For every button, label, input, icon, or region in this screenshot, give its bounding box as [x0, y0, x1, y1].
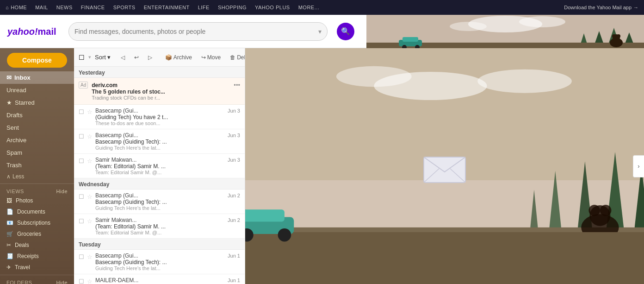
- email-row[interactable]: ☐ ☆ Samir Makwan... Jun 2 (Team: Editori…: [74, 214, 245, 239]
- sidebar-divider-folders: [0, 275, 74, 275]
- email-star[interactable]: ☆: [87, 158, 93, 164]
- nav-home[interactable]: ⌂ HOME: [6, 5, 27, 10]
- email-checkbox[interactable]: ☐: [79, 108, 84, 115]
- email-checkbox[interactable]: ☐: [79, 133, 84, 140]
- sidebar-item-deals[interactable]: ✂ Deals: [0, 240, 74, 251]
- email-checkbox[interactable]: ☐: [79, 253, 84, 260]
- home-icon: 🏠: [613, 28, 621, 35]
- nav-entertainment[interactable]: ENTERTAINMENT: [144, 5, 190, 10]
- sidebar-item-sent[interactable]: Sent: [0, 121, 74, 134]
- email-star[interactable]: ☆: [87, 108, 93, 115]
- sidebar-item-travel[interactable]: ✈ Travel: [0, 262, 74, 273]
- email-content: MAILER-DAEM... Jun 1 Failure Notice Sorr…: [95, 277, 240, 284]
- email-row[interactable]: ☐ ☆ Basecamp (Gui... Jun 3 Basecamp (Gui…: [74, 129, 245, 154]
- sidebar-item-trash[interactable]: Trash: [0, 159, 74, 171]
- sort-button[interactable]: Sort ▾: [95, 54, 111, 61]
- search-input[interactable]: [74, 28, 318, 35]
- views-hide-button[interactable]: Hide: [56, 189, 68, 194]
- download-app-link[interactable]: Download the Yahoo Mail app →: [564, 5, 638, 10]
- nav-shopping[interactable]: SHOPPING: [218, 5, 247, 10]
- email-content: Basecamp (Gui... Jun 1 Basecamp (Guiding…: [95, 252, 240, 271]
- logo: yahoo!mail: [7, 25, 63, 38]
- email-star[interactable]: ☆: [87, 278, 93, 284]
- email-star[interactable]: ☆: [87, 133, 93, 140]
- user-avatar-icon: 👤: [564, 26, 576, 37]
- nav-mail[interactable]: MAIL: [35, 5, 48, 10]
- nav-sports[interactable]: SPORTS: [113, 5, 136, 10]
- svg-rect-8: [366, 43, 644, 48]
- svg-point-31: [600, 205, 611, 216]
- sidebar-item-archive[interactable]: Archive: [0, 134, 74, 146]
- doc-icon: 📄: [6, 208, 13, 215]
- email-content: Basecamp (Gui... Jun 2 Basecamp (Guiding…: [95, 192, 240, 211]
- home-link[interactable]: 🏠 home: [613, 28, 637, 35]
- email-row[interactable]: ☐ ☆ Basecamp (Gui... Jun 1 Basecamp (Gui…: [74, 250, 245, 274]
- email-star[interactable]: ☆: [87, 218, 93, 225]
- sidebar-item-subscriptions[interactable]: 📧 Subscriptions: [0, 217, 74, 228]
- email-row[interactable]: ☐ ☆ Basecamp (Gui... Jun 3 (Guiding Tech…: [74, 105, 245, 129]
- toolbar-reply-button[interactable]: ↩: [131, 53, 142, 62]
- archive-button[interactable]: 📦 Archive: [162, 53, 195, 62]
- sidebar-item-groceries[interactable]: 🛒 Groceries: [0, 228, 74, 240]
- empty-envelope-icon: [421, 148, 468, 185]
- delete-button[interactable]: 🗑 Delete: [227, 53, 245, 62]
- email-checkbox[interactable]: ☐: [79, 218, 84, 225]
- photo-icon: 🖼: [6, 197, 12, 204]
- ad-subject: The 5 golden rules of stoc...: [92, 88, 240, 95]
- date-group-yesterday: Yesterday: [74, 67, 245, 78]
- views-section-label: Views Hide: [0, 186, 74, 195]
- back-icon: ◁: [121, 54, 125, 61]
- deals-icon: ✂: [6, 242, 11, 248]
- ad-menu-button[interactable]: •••: [234, 82, 240, 88]
- svg-rect-13: [399, 40, 422, 46]
- nav-finance[interactable]: FINANCE: [81, 5, 105, 10]
- email-checkbox[interactable]: ☐: [79, 158, 84, 164]
- sidebar-item-spam[interactable]: Spam: [0, 146, 74, 159]
- date-group-tuesday: Tuesday: [74, 239, 245, 250]
- sidebar-item-inbox[interactable]: ✉ Inbox: [0, 71, 74, 84]
- email-row[interactable]: ☐ ☆ MAILER-DAEM... Jun 1 Failure Notice …: [74, 274, 245, 284]
- svg-rect-32: [245, 232, 644, 284]
- email-checkbox[interactable]: ☐: [79, 193, 84, 200]
- reply-icon: ↩: [134, 54, 139, 61]
- select-dropdown-icon[interactable]: ▾: [88, 54, 91, 60]
- search-button[interactable]: 🔍: [337, 23, 354, 40]
- email-row[interactable]: ☐ ☆ Basecamp (Gui... Jun 2 Basecamp (Gui…: [74, 189, 245, 214]
- sort-chevron-icon: ▾: [107, 54, 111, 61]
- user-menu[interactable]: 👤 Maria Vic...: [564, 26, 606, 37]
- sidebar-item-receipts[interactable]: 🧾 Receipts: [0, 251, 74, 262]
- select-all-checkbox[interactable]: ☐: [79, 54, 85, 61]
- toolbar-forward-button[interactable]: ▷: [145, 53, 155, 62]
- search-bar[interactable]: ▾: [68, 22, 328, 41]
- reading-pane: ⊞ 🖼 ☰ ? Settings ⚙: [245, 48, 644, 284]
- email-content: Samir Makwan... Jun 2 (Team: Editorial) …: [95, 217, 240, 235]
- email-star[interactable]: ☆: [87, 193, 93, 200]
- sidebar-less-button[interactable]: ∧ Less: [0, 171, 74, 182]
- sidebar-item-unread[interactable]: Unread: [0, 84, 74, 96]
- star-icon: ★: [6, 99, 12, 106]
- move-button[interactable]: ↪ Move: [198, 53, 223, 62]
- email-checkbox[interactable]: ☐: [79, 278, 84, 284]
- main-layout: Compose ✉ Inbox Unread ★ Starred Drafts …: [0, 48, 644, 284]
- email-row[interactable]: ☐ ☆ Samir Makwan... Jun 3 (Team: Editori…: [74, 154, 245, 178]
- sidebar-item-drafts[interactable]: Drafts: [0, 109, 74, 121]
- svg-point-36: [278, 228, 291, 242]
- reading-pane-toggle[interactable]: ›: [633, 155, 644, 177]
- sidebar-item-documents[interactable]: 📄 Documents: [0, 206, 74, 217]
- sidebar-item-photos[interactable]: 🖼 Photos: [0, 195, 74, 206]
- email-content: Samir Makwan... Jun 3 (Team: Editorial) …: [95, 157, 240, 175]
- search-dropdown-icon[interactable]: ▾: [318, 28, 322, 35]
- nav-yahoo-plus[interactable]: YAHOO PLUS: [255, 5, 290, 10]
- email-star[interactable]: ☆: [87, 253, 93, 260]
- sidebar-item-starred[interactable]: ★ Starred: [0, 96, 74, 109]
- folders-hide-button[interactable]: Hide: [56, 280, 68, 284]
- sidebar: Compose ✉ Inbox Unread ★ Starred Drafts …: [0, 48, 74, 284]
- ad-sender: deriv.com: [92, 82, 234, 88]
- compose-button[interactable]: Compose: [7, 53, 67, 68]
- svg-point-9: [610, 38, 623, 47]
- nav-life[interactable]: LIFE: [198, 5, 210, 10]
- toolbar-back-button[interactable]: ◁: [118, 53, 128, 62]
- nav-more[interactable]: MORE...: [298, 5, 320, 10]
- ad-row[interactable]: Ad deriv.com ••• The 5 golden rules of s…: [74, 78, 245, 105]
- nav-news[interactable]: NEWS: [56, 5, 73, 10]
